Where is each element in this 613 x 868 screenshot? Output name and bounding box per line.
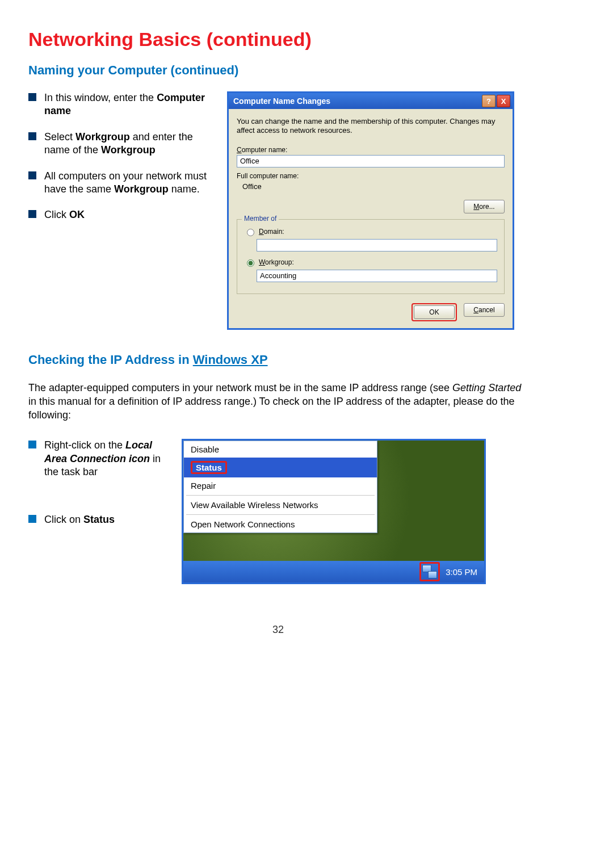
domain-label: Domain:: [259, 228, 284, 236]
workgroup-radio[interactable]: [247, 259, 254, 267]
computer-name-input[interactable]: [237, 155, 505, 167]
tray-icon-highlight: [419, 562, 440, 581]
close-button[interactable]: X: [497, 95, 510, 107]
ctx-view-networks[interactable]: View Available Wireless Networks: [184, 497, 377, 513]
cancel-button[interactable]: Cancel: [464, 303, 505, 317]
bullet-select-workgroup: Select Workgroup and enter the name of t…: [28, 131, 216, 157]
bullet-right-click: Right-click on the Local Area Connection…: [28, 439, 170, 479]
domain-input[interactable]: [257, 239, 497, 251]
ip-paragraph: The adapter-equipped computers in your n…: [28, 381, 528, 422]
more-button[interactable]: More...: [464, 200, 505, 213]
ctx-status[interactable]: Status: [184, 458, 377, 477]
ctx-repair[interactable]: Repair: [184, 477, 377, 494]
computer-name-label: Computer name:: [237, 146, 505, 154]
ctx-disable[interactable]: Disable: [184, 441, 377, 458]
member-of-group: Member of Domain: Workgroup:: [237, 219, 505, 294]
computer-name-dialog: Computer Name Changes ? X You can change…: [227, 91, 514, 330]
workgroup-label: Workgroup:: [259, 258, 294, 266]
member-of-legend: Member of: [242, 215, 279, 223]
page-title: Networking Basics (continued): [28, 28, 528, 51]
bullet-click-status: Click on Status: [28, 513, 170, 526]
dialog-titlebar: Computer Name Changes ? X: [229, 93, 513, 109]
dialog-description: You can change the name and the membersh…: [237, 117, 505, 136]
full-name-value: Office: [237, 181, 505, 196]
bullet-click-ok: Click OK: [28, 208, 216, 221]
taskbar: 3:05 PM: [183, 561, 484, 582]
context-menu: Disable Status Repair View Available Wir…: [183, 441, 377, 533]
help-button[interactable]: ?: [482, 95, 496, 107]
full-name-label: Full computer name:: [237, 172, 505, 180]
bullet-same-workgroup: All computers on your network must have …: [28, 170, 216, 196]
status-highlight: Status: [191, 461, 227, 474]
bullet-enter-name: In this window, enter the Computer name: [28, 91, 216, 118]
ctx-separator: [186, 495, 375, 496]
page-number: 32: [28, 624, 528, 636]
section-ip-title: Checking the IP Address in Windows XP: [28, 353, 528, 367]
dialog-title: Computer Name Changes: [233, 97, 481, 106]
domain-radio[interactable]: [247, 229, 254, 236]
workgroup-input[interactable]: [257, 270, 497, 282]
ctx-separator-2: [186, 514, 375, 515]
ctx-open-connections[interactable]: Open Network Connections: [184, 516, 377, 532]
section-naming-title: Naming your Computer (continued): [28, 63, 528, 78]
ok-button[interactable]: OK: [414, 305, 455, 319]
network-tray-icon[interactable]: [422, 565, 437, 578]
context-menu-screenshot: Disable Status Repair View Available Wir…: [182, 439, 486, 584]
taskbar-clock: 3:05 PM: [446, 567, 477, 577]
ok-highlight: OK: [412, 303, 457, 321]
